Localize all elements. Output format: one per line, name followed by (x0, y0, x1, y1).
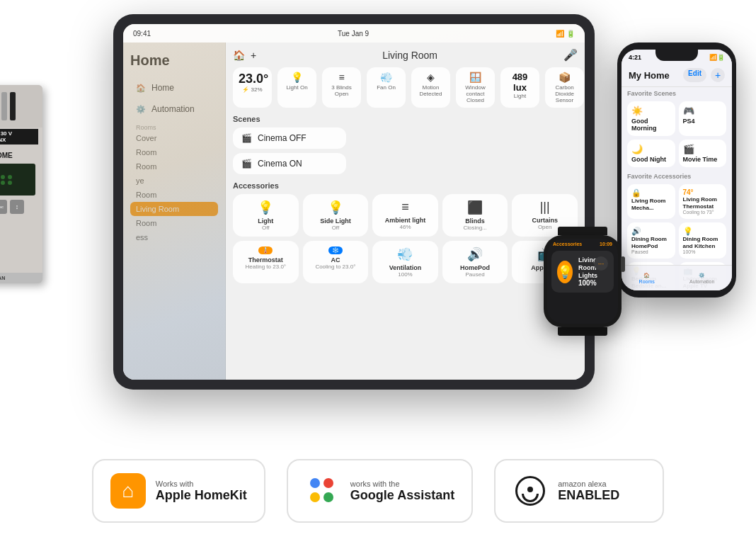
accessories-grid: 💡 Light Off 💡 Side Light Off ≡ Ambient l… (233, 194, 578, 237)
apple-watch: Accessories 10:09 💡 Living Room Lights 1… (537, 227, 629, 340)
scene-cinema-off[interactable]: 🎬 Cinema OFF (233, 128, 346, 149)
sensor-row: 23.0° ⚡ 32% 💡 Light On ≡ 3 Blinds Open (233, 67, 578, 108)
watch-light-icon: 💡 (557, 261, 573, 283)
acc-blinds[interactable]: ⬛ Blinds Closing... (442, 194, 508, 237)
sensor-blinds: ≡ 3 Blinds Open (322, 67, 361, 108)
google-icon-wrap (305, 473, 340, 509)
acc-side-light[interactable]: 💡 Side Light Off (303, 194, 369, 237)
rooms-label: Rooms (639, 279, 655, 284)
alexa-small-text: amazon alexa (558, 480, 619, 488)
phone-scenes-title: Favorite Scenes (622, 87, 732, 98)
phone: 4:21 📶🔋 My Home Edit + Favorite Scenes ☀… (617, 42, 736, 298)
watch-light-card[interactable]: 💡 Living Room Lights 100% ··· (551, 251, 614, 293)
watch-crown (621, 256, 625, 272)
phone-acc-dining-kitchen[interactable]: 💡 Dining Room and Kitchen 100% (679, 222, 727, 259)
scene-cinema-on[interactable]: 🎬 Cinema ON (233, 153, 346, 174)
rooms-icon: 🏠 (643, 273, 650, 278)
phone-edit-button[interactable]: Edit (683, 68, 706, 82)
watch-screen: Accessories 10:09 💡 Living Room Lights 1… (547, 239, 618, 324)
watch-more-button[interactable]: ··· (594, 256, 608, 271)
homekit-house-icon: ⌂ (122, 480, 134, 502)
sensor-temp: 23.0° ⚡ 32% (233, 67, 272, 108)
phone-acc-title: Favorite Accessories (622, 170, 732, 181)
watch-card-value: 100% (578, 279, 608, 287)
add-topbar-icon[interactable]: + (251, 50, 256, 61)
phone-screen: 4:21 📶🔋 My Home Edit + Favorite Scenes ☀… (622, 50, 732, 290)
accessories-row2: 🌡️ Thermostat Heating to 23.0° ❄️ AC Coo… (233, 241, 578, 283)
alexa-ring-icon (515, 476, 545, 506)
alexa-large-text: ENABLED (558, 488, 619, 503)
wire-gray (1, 92, 7, 120)
phone-scene-good-night[interactable]: 🌙 Good Night (627, 140, 675, 167)
tablet-icons: 📶 🔋 (556, 30, 575, 38)
knx-btn-arrows[interactable]: ↕ (10, 200, 24, 214)
sensor-lux: 489 lux Light (500, 67, 539, 108)
cinema-on-label: Cinema ON (258, 159, 302, 169)
wire-black (10, 92, 16, 120)
phone-acc-dining-homepod[interactable]: 🔊 Dining Room HomePod Paused (627, 222, 675, 259)
tablet-topbar: 🏠 + Living Room 🎤 (233, 48, 578, 62)
ps4-icon: 🎮 (683, 106, 723, 116)
good-night-name: Good Night (631, 156, 671, 163)
sensor-fan: 💨 Fan On (367, 67, 406, 108)
sensor-co2: 📦 Carbon Dioxide Sensor (545, 67, 584, 108)
acc-ac[interactable]: ❄️ AC Cooling to 23.0° (303, 241, 369, 283)
phone-acc-lr-thermostat[interactable]: 74° Living Room Thermostat Cooling to 73… (679, 184, 727, 219)
watch-header-label: Accessories (553, 242, 582, 246)
nav-rooms[interactable]: 🏠 Rooms (639, 273, 655, 284)
sensor-light-on: 💡 Light On (277, 67, 316, 108)
sensor-motion: ◈ Motion Detected (411, 67, 450, 108)
homekit-icon-wrap: ⌂ (110, 473, 146, 509)
cinema-off-label: Cinema OFF (258, 133, 307, 143)
google-dot-red (323, 478, 333, 488)
knx-btn-esc[interactable]: Esc (0, 200, 7, 214)
microphone-icon[interactable]: 🎤 (563, 48, 578, 62)
phone-time: 4:21 (629, 54, 641, 61)
phone-acc-lr-lock[interactable]: 🔒 Living Room Mecha... (627, 184, 675, 219)
phone-notch (655, 50, 698, 61)
good-morning-icon: ☀️ (631, 106, 671, 116)
scenes-section-label: Scenes (233, 115, 578, 123)
phone-scene-good-morning[interactable]: ☀️ Good Morning (627, 101, 675, 136)
automation-nav-icon: ⚙️ (699, 273, 705, 278)
tablet-time: 09:41 (133, 30, 151, 38)
watch-body: Accessories 10:09 💡 Living Room Lights 1… (544, 235, 622, 327)
google-badge: works with the Google Assistant (287, 459, 473, 523)
tablet-main-content: 🏠 + Living Room 🎤 23.0° ⚡ 32% 💡 (226, 42, 585, 380)
acc-ambient[interactable]: ≡ Ambient light 46% (372, 194, 438, 237)
automation-nav-label: Automation (689, 279, 714, 284)
acc-ventilation[interactable]: 💨 Ventilation 100% (372, 241, 438, 283)
cinema-on-icon: 🎬 (241, 159, 252, 169)
watch-status-bar: Accessories 10:09 (547, 239, 618, 248)
knx-voltage-label: 12... 30 V KNX (0, 129, 38, 144)
acc-light[interactable]: 💡 Light Off (233, 194, 299, 237)
scenes-list: 🎬 Cinema OFF 🎬 Cinema ON (233, 128, 578, 174)
tablet-date: Tue Jan 9 (338, 30, 369, 38)
good-morning-name: Good Morning (631, 118, 671, 132)
phone-signal: 📶🔋 (709, 54, 725, 61)
nav-automation[interactable]: ⚙️ Automation (689, 273, 714, 284)
devices-area: 12... 30 V KNX 1HOME P Esc ↕ LAN 09:41 (0, 0, 756, 438)
phone-scene-movie-time[interactable]: 🎬 Movie Time (679, 140, 727, 167)
acc-homepod[interactable]: 🔊 HomePod Paused (442, 241, 508, 283)
home-topbar-icon: 🏠 (233, 50, 245, 61)
phone-title: My Home (629, 70, 670, 81)
movie-time-icon: 🎬 (683, 144, 723, 154)
phone-scene-ps4[interactable]: 🎮 PS4 (679, 101, 727, 136)
google-dot-yellow (310, 492, 320, 502)
knx-brand: 1HOME (0, 150, 38, 161)
phone-header: My Home Edit + (622, 65, 732, 87)
google-dot-blue (310, 478, 320, 488)
badges-bar: ⌂ Works with Apple HomeKit works with th… (0, 438, 756, 544)
homekit-small-text: Works with (156, 480, 247, 488)
knx-body: 1HOME P Esc ↕ (0, 146, 42, 222)
homekit-large-text: Apple HomeKit (156, 488, 247, 503)
acc-thermostat[interactable]: 🌡️ Thermostat Heating to 23.0° (233, 241, 299, 283)
google-small-text: works with the (350, 480, 454, 488)
knx-device: 12... 30 V KNX 1HOME P Esc ↕ LAN (0, 85, 42, 283)
alexa-badge: amazon alexa ENABLED (494, 459, 664, 523)
phone-add-button[interactable]: + (711, 68, 725, 82)
watch-band-bottom (558, 327, 607, 336)
google-dot-green (323, 492, 333, 502)
accessories-section-label: Accessories (233, 181, 578, 190)
